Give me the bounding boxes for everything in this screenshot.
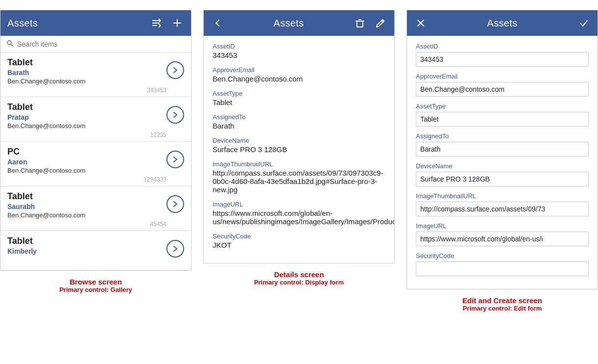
- list-item[interactable]: Tablet Saurabh Ben.Change@contoso.com 45…: [0, 186, 191, 231]
- detail-label: AssignedTo: [213, 113, 385, 121]
- edit-field: AssetType: [416, 103, 589, 127]
- edit-label: ApproverEmail: [416, 73, 589, 80]
- edit-input[interactable]: [416, 172, 589, 186]
- browse-caption-sub: Primary control: Gallery: [59, 286, 132, 293]
- search-icon: [6, 40, 13, 48]
- browse-header: Assets: [0, 10, 191, 36]
- edit-label: AssignedTo: [416, 132, 589, 140]
- edit-body: AssetID ApproverEmail AssetType Assigned…: [407, 36, 598, 289]
- edit-label: SecurityCode: [416, 252, 589, 260]
- edit-label: AssetType: [416, 103, 589, 110]
- detail-label: AssetID: [213, 43, 385, 50]
- edit-input[interactable]: [416, 232, 589, 246]
- detail-field: ImageThumbnailURL http://compass.surface…: [213, 160, 385, 194]
- svg-rect-7: [357, 21, 363, 27]
- browse-list: Tablet Barath Ben.Change@contoso.com 343…: [0, 52, 191, 270]
- list-item-title: Tablet: [7, 102, 166, 112]
- add-icon[interactable]: [170, 16, 184, 30]
- svg-point-5: [7, 41, 11, 45]
- sort-icon[interactable]: [150, 16, 163, 30]
- detail-field: DeviceName Surface PRO 3 128GB: [213, 137, 385, 154]
- edit-field: ImageThumbnailURL: [416, 192, 589, 216]
- list-item-content: PC Aaron Ben.Change@contoso.com 1234333: [7, 147, 166, 183]
- edit-field: AssignedTo: [416, 132, 589, 156]
- detail-label: ImageThumbnailURL: [213, 160, 385, 168]
- list-item-arrow[interactable]: [166, 106, 184, 124]
- list-item-title: Tablet: [7, 236, 166, 246]
- edit-field: ApproverEmail: [416, 73, 589, 97]
- detail-field: AssetID 343453: [213, 43, 385, 59]
- list-item-content: Tablet Kimberly: [7, 236, 166, 256]
- detail-value: 343453: [213, 51, 385, 59]
- detail-value: http://compass.surface.com/assets/09/73/…: [213, 169, 385, 194]
- list-item-id: 12235: [7, 131, 166, 138]
- list-item[interactable]: PC Aaron Ben.Change@contoso.com 1234333: [0, 142, 191, 186]
- list-item-subtitle: Saurabh: [7, 203, 166, 210]
- browse-caption: Browse screen Primary control: Gallery: [59, 278, 132, 293]
- detail-value: Ben.Change@contoso.com: [213, 75, 385, 83]
- detail-label: SecurityCode: [213, 233, 385, 240]
- edit-input[interactable]: [416, 142, 589, 156]
- details-caption: Details screen Primary control: Display …: [254, 270, 344, 286]
- edit-caption: Edit and Create screen Primary control: …: [462, 296, 543, 312]
- list-item-title: Tablet: [7, 191, 166, 202]
- list-item-content: Tablet Pratap Ben.Change@contoso.com 122…: [7, 102, 166, 138]
- detail-value: https://www.microsoft.com/global/en-us/n…: [213, 209, 385, 226]
- edit-screen-wrapper: Assets AssetID ApproverEmail AssetType A…: [407, 10, 598, 312]
- detail-value: JKOT: [213, 241, 385, 249]
- list-item-arrow[interactable]: [166, 195, 184, 213]
- detail-field: ImageURL https://www.microsoft.com/globa…: [213, 201, 385, 226]
- detail-field: SecurityCode JKOT: [213, 233, 385, 249]
- list-item-content: Tablet Barath Ben.Change@contoso.com 343…: [7, 57, 166, 94]
- list-item-title: Tablet: [7, 57, 166, 68]
- details-header-icons: [353, 16, 387, 30]
- edit-field: AssetID: [416, 43, 589, 67]
- edit-input[interactable]: [416, 52, 589, 67]
- edit-header: Assets: [407, 10, 598, 36]
- edit-label: AssetID: [416, 43, 589, 50]
- delete-icon[interactable]: [353, 16, 367, 30]
- list-item-email: Ben.Change@contoso.com: [7, 78, 166, 85]
- edit-label: ImageThumbnailURL: [416, 192, 589, 200]
- detail-label: ImageURL: [213, 201, 385, 208]
- detail-field: AssetType Tablet: [213, 90, 385, 106]
- detail-label: DeviceName: [213, 137, 385, 144]
- edit-input[interactable]: [416, 112, 589, 127]
- edit-label: ImageURL: [416, 222, 589, 230]
- search-input[interactable]: [17, 40, 185, 48]
- details-body: AssetID 343453 ApproverEmail Ben.Change@…: [204, 36, 394, 263]
- list-item-subtitle: Aaron: [7, 158, 166, 166]
- edit-input[interactable]: [416, 261, 589, 276]
- list-item-arrow[interactable]: [166, 240, 184, 258]
- edit-input[interactable]: [416, 202, 589, 216]
- list-item-subtitle: Kimberly: [7, 247, 166, 255]
- list-item-id: 1234333: [7, 176, 166, 183]
- list-item-subtitle: Barath: [7, 69, 166, 77]
- edit-caption-title: Edit and Create screen: [462, 296, 543, 305]
- detail-value: Surface PRO 3 128GB: [213, 145, 385, 154]
- list-item-email: Ben.Change@contoso.com: [7, 167, 166, 174]
- details-title: Assets: [273, 18, 304, 29]
- list-item-subtitle: Pratap: [7, 113, 166, 121]
- list-item-email: Ben.Change@contoso.com: [7, 122, 166, 130]
- browse-header-icons: [150, 16, 184, 30]
- edit-input[interactable]: [416, 82, 589, 97]
- edit-icon[interactable]: [374, 16, 387, 30]
- edit-caption-sub: Primary control: Edit form: [462, 305, 543, 312]
- edit-field: DeviceName: [416, 162, 589, 186]
- back-icon[interactable]: [211, 16, 224, 30]
- list-item-email: Ben.Change@contoso.com: [7, 211, 166, 219]
- detail-value: Tablet: [213, 98, 385, 106]
- list-item-arrow[interactable]: [166, 151, 184, 168]
- list-item[interactable]: Tablet Barath Ben.Change@contoso.com 343…: [0, 52, 191, 97]
- check-icon[interactable]: [577, 16, 591, 30]
- list-item-arrow[interactable]: [166, 61, 184, 79]
- edit-screen: Assets AssetID ApproverEmail AssetType A…: [407, 10, 598, 289]
- list-item[interactable]: Tablet Pratap Ben.Change@contoso.com 122…: [0, 97, 191, 142]
- browse-title: Assets: [7, 18, 38, 29]
- close-icon[interactable]: [414, 16, 428, 30]
- browse-screen-wrapper: Assets: [0, 10, 191, 293]
- browse-screen: Assets: [0, 10, 191, 271]
- list-item[interactable]: Tablet Kimberly: [0, 231, 191, 270]
- edit-field: ImageURL: [416, 222, 589, 246]
